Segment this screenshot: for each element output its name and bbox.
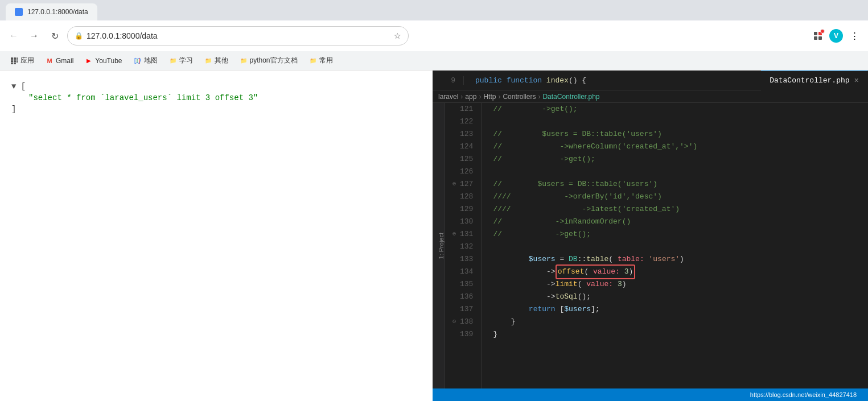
study-folder-icon: 📁 — [169, 57, 177, 65]
refresh-button[interactable]: ↻ — [47, 28, 63, 44]
status-bar: https://blog.csdn.net/weixin_44827418 — [433, 388, 868, 401]
editor-tab-label: DataController.php — [770, 76, 849, 85]
fold-icon-138[interactable]: ⊖ — [451, 319, 458, 325]
svg-rect-2 — [814, 36, 817, 40]
code-line-128: //// ->orderBy('id','desc') — [493, 191, 868, 203]
back-button[interactable]: ← — [6, 28, 22, 44]
line-num-131: ⊖ 131 — [451, 228, 475, 241]
bookmark-maps-label: 地图 — [144, 56, 158, 65]
toolbar-right: V ⋮ — [810, 28, 862, 44]
code-lines: // ->get(); // $users = DB::table('users… — [482, 103, 868, 388]
breadcrumb-sep-3: › — [498, 93, 500, 101]
tab-title: 127.0.0.1:8000/data — [27, 8, 88, 16]
fold-icon-127[interactable]: ⊖ — [451, 181, 458, 188]
code-area[interactable]: 121 122 123 124 125 126 ⊖ 127 128 129 13… — [445, 103, 868, 388]
bookmark-python-label: python官方文档 — [250, 56, 298, 65]
editor-body: 1: Project Z: Structure 121 122 123 124 … — [433, 103, 868, 388]
code-line-132 — [493, 241, 868, 253]
line-num-138: ⊖ 138 — [451, 316, 475, 328]
fold-icon-131[interactable]: ⊖ — [451, 231, 458, 238]
breadcrumb-controllers: Controllers — [503, 93, 536, 101]
bookmark-gmail[interactable]: M Gmail — [41, 55, 78, 67]
status-url: https://blog.csdn.net/weixin_44827418 — [750, 391, 857, 398]
line-num-128: 128 — [451, 191, 475, 203]
editor-top-bar: 9 public function index() { DataControll… — [433, 71, 868, 90]
json-content: ▼ [ "select * from `laravel_users` limit… — [11, 82, 421, 114]
maps-icon — [134, 57, 142, 65]
svg-rect-5 — [14, 57, 16, 60]
line-num-136: 136 — [451, 291, 475, 303]
json-close-bracket: ] — [11, 105, 16, 114]
profile-button[interactable]: V — [828, 28, 844, 44]
line-num-129: 129 — [451, 203, 475, 216]
svg-rect-4 — [11, 57, 13, 60]
code-line-131: // ->get(); — [493, 228, 868, 241]
breadcrumb-sep-1: › — [460, 93, 463, 101]
editor-breadcrumb: laravel › app › Http › Controllers › Dat… — [433, 90, 868, 103]
svg-rect-7 — [11, 60, 13, 63]
code-line-133: $users = DB::table( table: 'users') — [493, 253, 868, 266]
side-panel: 1: Project Z: Structure — [433, 103, 445, 388]
bookmark-other[interactable]: 📁 其他 — [200, 53, 233, 68]
bookmarks-bar: 应用 M Gmail ▶ YouTube 地图 📁 学习 📁 其他 📁 pyth… — [0, 51, 868, 71]
code-line-138: } — [493, 316, 868, 328]
svg-rect-10 — [11, 63, 13, 64]
breadcrumb-sep-2: › — [479, 93, 481, 101]
menu-button[interactable]: ⋮ — [846, 28, 862, 44]
code-line-134: ->offset( value: 3) — [493, 266, 868, 278]
apps-icon — [10, 57, 18, 65]
breadcrumb-sep-4: › — [538, 93, 540, 101]
svg-rect-11 — [14, 63, 16, 64]
browser-tab[interactable]: 127.0.0.1:8000/data — [6, 3, 97, 20]
breadcrumb-file: DataController.php — [542, 93, 599, 101]
line-num-122: 122 — [451, 115, 475, 128]
bookmark-study[interactable]: 📁 学习 — [164, 53, 198, 68]
json-string-value: "select * from `laravel_users` limit 3 o… — [28, 93, 258, 102]
code-line-136: ->toSql(); — [493, 291, 868, 303]
svg-rect-6 — [17, 57, 18, 60]
code-line-123: // $users = DB::table('users') — [493, 128, 868, 140]
bookmark-other-label: 其他 — [215, 56, 228, 65]
bookmark-youtube[interactable]: ▶ YouTube — [80, 55, 126, 67]
svg-rect-8 — [14, 60, 16, 63]
lock-icon: 🔒 — [75, 32, 83, 40]
breadcrumb-app: app — [465, 93, 476, 101]
line-num-124: 124 — [451, 140, 475, 153]
side-panel-project[interactable]: 1: Project — [438, 233, 445, 259]
address-text[interactable]: 127.0.0.1:8000/data — [87, 31, 390, 40]
common-folder-icon: 📁 — [309, 57, 317, 65]
gmail-icon: M — [46, 57, 54, 65]
code-line-126 — [493, 166, 868, 178]
address-bar-row: ← → ↻ 🔒 127.0.0.1:8000/data ☆ V ⋮ — [0, 20, 868, 51]
code-line-137: return [$users]; — [493, 303, 868, 316]
breadcrumb-laravel: laravel — [438, 93, 458, 101]
editor-tab-close[interactable]: × — [854, 76, 859, 85]
tab-bar: 127.0.0.1:8000/data — [0, 0, 868, 20]
svg-rect-3 — [818, 36, 822, 40]
code-line-139: } — [493, 328, 868, 341]
code-line-127: // $users = DB::table('users') — [493, 178, 868, 191]
bookmark-python[interactable]: 📁 python官方文档 — [235, 53, 302, 68]
bookmark-common[interactable]: 📁 常用 — [305, 53, 338, 68]
line-num-125: 125 — [451, 153, 475, 166]
forward-button[interactable]: → — [26, 28, 42, 44]
address-bar-container: 🔒 127.0.0.1:8000/data ☆ — [67, 26, 409, 46]
line-num-139: 139 — [451, 328, 475, 341]
python-folder-icon: 📁 — [240, 57, 248, 65]
line-num-121: 121 — [451, 103, 475, 115]
code-line-122 — [493, 115, 868, 128]
line-num-135: 135 — [451, 278, 475, 291]
code-line-135: ->limit( value: 3) — [493, 278, 868, 291]
bookmark-maps[interactable]: 地图 — [129, 53, 162, 68]
extensions-icon[interactable] — [810, 28, 826, 44]
browser-page: ▼ [ "select * from `laravel_users` limit… — [0, 71, 433, 401]
code-line-121: // ->get(); — [493, 103, 868, 115]
bookmark-star-icon[interactable]: ☆ — [394, 31, 401, 40]
breadcrumb-http: Http — [483, 93, 496, 101]
editor-tab-datacontroller[interactable]: DataController.php × — [761, 71, 868, 90]
line-numbers: 121 122 123 124 125 126 ⊖ 127 128 129 13… — [445, 103, 482, 388]
bookmark-apps[interactable]: 应用 — [6, 53, 39, 68]
line-num-137: 137 — [451, 303, 475, 316]
editor-pane: 9 public function index() { DataControll… — [433, 71, 868, 401]
browser-chrome: 127.0.0.1:8000/data ← → ↻ 🔒 127.0.0.1:80… — [0, 0, 868, 51]
